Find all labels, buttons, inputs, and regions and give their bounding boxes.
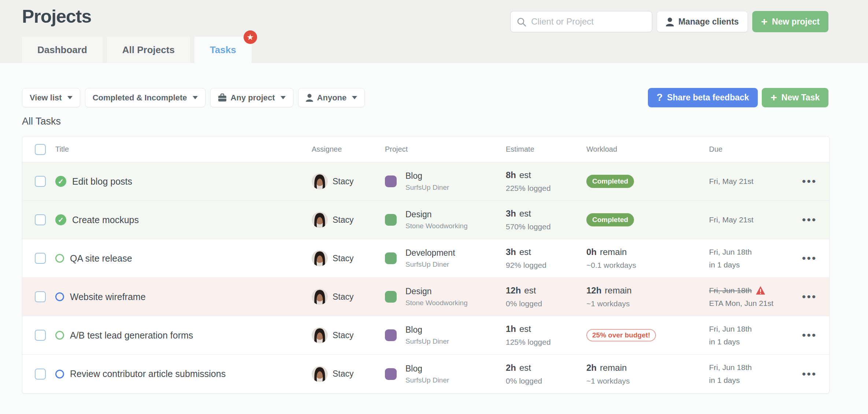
chevron-down-icon <box>193 96 198 99</box>
share-beta-feedback-button[interactable]: Share beta feedback <box>648 88 758 107</box>
estimate-unit: est <box>519 208 531 219</box>
project-filter-dropdown[interactable]: Any project <box>210 88 293 107</box>
due-warning-icon <box>756 286 765 295</box>
estimate-cell: 3h est 570% logged <box>506 208 586 231</box>
estimate-cell: 3h est 92% logged <box>506 247 586 270</box>
table-row: A/B test lead generation forms Stacy Blo… <box>22 316 829 355</box>
due-cell: Fri, May 21st <box>709 177 790 186</box>
project-name[interactable]: Development <box>405 248 455 258</box>
column-header-workload: Workload <box>586 145 709 154</box>
row-menu-button[interactable]: ••• <box>802 369 817 380</box>
column-header-title: Title <box>55 145 312 154</box>
row-menu-button[interactable]: ••• <box>802 330 817 341</box>
client-name: SurfsUp Diner <box>405 260 455 269</box>
row-checkbox[interactable] <box>35 291 46 302</box>
due-date: Fri, Jun 18th <box>709 325 752 333</box>
workload-cell: 2h remain ~1 workdays <box>586 363 709 385</box>
chevron-down-icon <box>281 96 286 99</box>
client-name: SurfsUp Diner <box>405 184 449 192</box>
task-title[interactable]: Edit blog posts <box>72 176 132 187</box>
estimate-logged: 125% logged <box>506 338 586 347</box>
star-badge-icon: ★ <box>244 30 257 44</box>
workload-unit: remain <box>605 285 631 296</box>
table-header: Title Assignee Project Estimate Workload… <box>22 137 829 162</box>
table-row: Website wireframe Stacy Design Stone Woo <box>22 278 829 316</box>
row-menu-button[interactable]: ••• <box>802 214 817 225</box>
estimate-logged: 0% logged <box>506 377 586 385</box>
estimate-unit: est <box>519 363 531 373</box>
column-header-due: Due <box>709 145 790 154</box>
estimate-cell: 8h est 225% logged <box>506 170 586 193</box>
new-project-button[interactable]: New project <box>752 11 828 32</box>
table-row: Review contributor article submissions S… <box>22 355 829 393</box>
row-menu-button[interactable]: ••• <box>802 291 817 302</box>
due-date: Fri, May 21st <box>709 177 753 186</box>
table-body: ✓ Edit blog posts Stacy Blog Surfs <box>22 162 829 393</box>
tab-all-projects[interactable]: All Projects <box>107 37 190 63</box>
search-box <box>510 11 652 32</box>
tab-tasks-label: Tasks <box>210 44 236 56</box>
workload-days: ~0.1 workdays <box>586 261 709 270</box>
view-list-dropdown[interactable]: View list <box>22 88 80 107</box>
tab-dashboard[interactable]: Dashboard <box>22 37 103 63</box>
project-color-swatch <box>385 368 397 380</box>
project-filter-label: Any project <box>231 93 275 103</box>
assignee-name: Stacy <box>333 254 354 263</box>
estimate-unit: est <box>524 285 536 296</box>
manage-clients-button[interactable]: Manage clients <box>657 11 748 32</box>
task-status-icon[interactable] <box>55 331 64 340</box>
select-all-checkbox[interactable] <box>35 144 46 155</box>
estimate-hours: 3h <box>506 247 516 257</box>
project-color-swatch <box>385 214 397 226</box>
assignee-name: Stacy <box>333 292 354 302</box>
table-row: ✓ Edit blog posts Stacy Blog Surfs <box>22 162 829 201</box>
filter-bar: View list Completed & Incomplete Any pro… <box>22 88 365 107</box>
due-date: Fri, Jun 18th <box>709 286 752 295</box>
assignee-name: Stacy <box>333 330 354 340</box>
estimate-hours: 1h <box>506 324 516 334</box>
due-relative: in 1 days <box>709 337 790 346</box>
task-title[interactable]: A/B test lead generation forms <box>70 330 193 341</box>
search-input[interactable] <box>510 11 652 32</box>
section-title: All Tasks <box>22 116 61 127</box>
briefcase-icon <box>218 93 227 102</box>
due-date: Fri, Jun 18th <box>709 248 752 256</box>
tab-tasks[interactable]: Tasks ★ <box>194 37 252 63</box>
workload-unit: remain <box>600 247 627 257</box>
assignee-filter-dropdown[interactable]: Anyone <box>298 88 365 107</box>
task-status-icon[interactable] <box>55 370 64 378</box>
workload-unit: remain <box>600 363 627 373</box>
row-checkbox[interactable] <box>35 253 46 264</box>
task-status-icon[interactable]: ✓ <box>55 214 66 225</box>
task-title[interactable]: Review contributor article submissions <box>70 369 226 379</box>
workload-badge: 25% over budget! <box>586 329 656 341</box>
estimate-logged: 92% logged <box>506 261 586 270</box>
task-title[interactable]: QA site release <box>70 253 132 264</box>
task-status-icon[interactable]: ✓ <box>55 176 66 187</box>
project-name[interactable]: Design <box>405 210 468 219</box>
due-relative: ETA Mon, Jun 21st <box>709 299 790 308</box>
project-name[interactable]: Blog <box>405 364 449 374</box>
project-name[interactable]: Blog <box>405 171 449 181</box>
row-checkbox[interactable] <box>35 330 46 341</box>
row-checkbox[interactable] <box>35 214 46 225</box>
project-name[interactable]: Design <box>405 287 468 296</box>
task-status-icon[interactable] <box>55 254 64 263</box>
row-menu-button[interactable]: ••• <box>802 253 817 264</box>
tab-bar: Dashboard All Projects Tasks ★ <box>22 37 252 63</box>
client-name: Stone Woodworking <box>405 222 468 230</box>
task-title[interactable]: Create mockups <box>72 215 139 225</box>
estimate-unit: est <box>519 324 531 334</box>
row-menu-button[interactable]: ••• <box>802 176 817 187</box>
row-checkbox[interactable] <box>35 176 46 187</box>
avatar <box>312 327 328 343</box>
workload-lines: 12h remain ~1 workdays <box>586 285 709 308</box>
project-name[interactable]: Blog <box>405 325 449 335</box>
due-date: Fri, May 21st <box>709 215 753 224</box>
new-task-button[interactable]: New Task <box>762 88 828 107</box>
task-title[interactable]: Website wireframe <box>70 292 146 302</box>
estimate-logged: 225% logged <box>506 184 586 193</box>
task-status-icon[interactable] <box>55 292 64 301</box>
status-filter-dropdown[interactable]: Completed & Incomplete <box>85 88 205 107</box>
row-checkbox[interactable] <box>35 369 46 380</box>
